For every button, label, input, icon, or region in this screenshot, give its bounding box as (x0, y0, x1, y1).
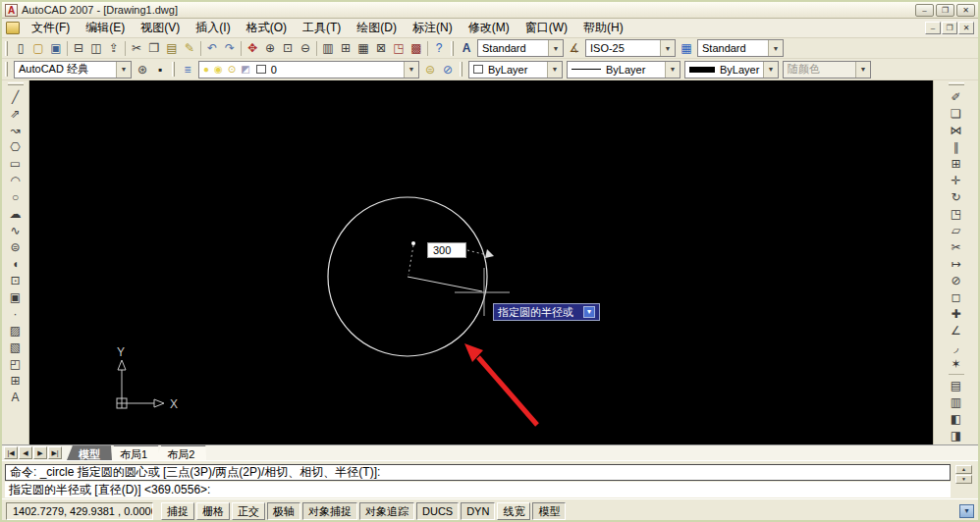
sheet-set-manager-icon[interactable]: ⊠ (372, 40, 390, 57)
draworder-below-icon[interactable]: ◨ (947, 427, 966, 444)
chevron-down-icon[interactable]: ▼ (768, 40, 783, 56)
menu-item-5[interactable]: 工具(T) (295, 18, 349, 38)
move-icon[interactable]: ✛ (947, 172, 966, 188)
tab-nav-button-0[interactable]: |◀ (4, 446, 18, 459)
toolbar-grip[interactable] (8, 82, 24, 85)
layer-lock-icon[interactable]: ⊙ (228, 64, 236, 75)
line-icon[interactable]: ╱ (6, 88, 26, 105)
new-file-icon[interactable]: ▯ (12, 40, 29, 57)
erase-icon[interactable]: ✐ (947, 88, 966, 105)
menu-item-3[interactable]: 插入(I) (188, 18, 238, 38)
close-button[interactable]: ✕ (956, 4, 975, 17)
rotate-icon[interactable]: ↻ (947, 188, 966, 205)
toggle-DYN[interactable]: DYN (461, 502, 495, 520)
toggle-DUCS[interactable]: DUCS (416, 502, 459, 520)
plot-preview-icon[interactable]: ◫ (87, 40, 105, 57)
toolbar-grip[interactable] (172, 62, 175, 77)
minimize-button[interactable]: – (915, 4, 934, 17)
command-prompt-line[interactable]: 指定圆的半径或 [直径(D)] <369.0556>: (5, 482, 951, 497)
chevron-down-icon[interactable]: ▼ (660, 40, 675, 56)
draworder-back-icon[interactable]: ▥ (947, 393, 966, 410)
menu-item-10[interactable]: 帮助(H) (575, 18, 631, 38)
status-tray-icon[interactable]: ▾ (959, 504, 974, 518)
gradient-icon[interactable]: ▧ (6, 339, 26, 355)
menu-item-7[interactable]: 标注(N) (405, 18, 461, 38)
zoom-previous-icon[interactable]: ⊖ (297, 40, 314, 57)
menu-item-0[interactable]: 文件(F) (24, 18, 78, 38)
tab-布局2[interactable]: 布局2 (155, 445, 206, 460)
mirror-icon[interactable]: ⋈ (947, 122, 966, 138)
chevron-down-icon[interactable]: ▼ (547, 62, 562, 78)
construction-line-icon[interactable]: ⇗ (6, 105, 26, 122)
arc-icon[interactable]: ◠ (6, 172, 26, 188)
toggle-正交[interactable]: 正交 (232, 502, 265, 520)
table-icon[interactable]: ⊞ (6, 372, 26, 389)
help-icon[interactable]: ? (430, 40, 448, 57)
revision-cloud-icon[interactable]: ☁ (6, 205, 26, 222)
copy-clip-icon[interactable]: ❐ (145, 40, 163, 57)
toolbar-grip[interactable] (5, 62, 8, 77)
chevron-down-icon[interactable]: ▼ (548, 40, 563, 56)
dim-style-combo[interactable]: ISO-25 ▼ (585, 39, 676, 57)
make-block-icon[interactable]: ▣ (6, 288, 26, 305)
ellipse-arc-icon[interactable]: ◖ (6, 255, 26, 272)
workspace-combo[interactable]: AutoCAD 经典 ▼ (14, 61, 132, 78)
scroll-down-icon[interactable]: ▼ (955, 475, 972, 484)
rectangle-icon[interactable]: ▭ (6, 155, 26, 172)
redo-icon[interactable]: ↷ (221, 40, 239, 57)
hatch-icon[interactable]: ▨ (6, 322, 26, 339)
menu-item-6[interactable]: 绘图(D) (349, 18, 405, 38)
layer-freeze-icon[interactable]: ◉ (214, 64, 223, 75)
chevron-down-icon[interactable]: ▼ (665, 62, 680, 78)
chevron-down-icon[interactable]: ▼ (763, 62, 778, 78)
save-file-icon[interactable]: ▣ (47, 40, 65, 57)
tab-nav-button-1[interactable]: ◀ (19, 446, 32, 459)
command-window[interactable]: 命令: _circle 指定圆的圆心或 [三点(3P)/两点(2P)/相切、相切… (2, 460, 978, 498)
toggle-对象捕捉[interactable]: 对象捕捉 (302, 502, 357, 520)
toolbar-grip[interactable] (5, 41, 8, 56)
toolbar-grip[interactable] (460, 62, 463, 77)
doc-close-button[interactable]: ✕ (958, 22, 974, 34)
tab-布局1[interactable]: 布局1 (108, 445, 159, 460)
text-style-combo[interactable]: Standard ▼ (477, 39, 564, 57)
layer-plot-icon[interactable]: ◩ (241, 64, 249, 75)
drawing-canvas[interactable]: Y X 300 指定圆的半径或 ▾ (29, 80, 933, 444)
polygon-icon[interactable]: ⎔ (6, 138, 26, 155)
plot-icon[interactable]: ⊟ (70, 40, 87, 57)
polyline-icon[interactable]: ↝ (6, 122, 26, 138)
scale-icon[interactable]: ◳ (947, 205, 966, 222)
point-icon[interactable]: · (6, 305, 26, 322)
zoom-realtime-icon[interactable]: ⊕ (261, 40, 279, 57)
trim-icon[interactable]: ✂ (947, 238, 966, 255)
zoom-window-icon[interactable]: ⊡ (279, 40, 297, 57)
scroll-up-icon[interactable]: ▲ (955, 465, 972, 474)
toggle-栅格[interactable]: 栅格 (196, 502, 230, 520)
tooltip-down-icon[interactable]: ▾ (583, 306, 595, 318)
layer-previous-icon[interactable]: ⊘ (439, 61, 457, 78)
color-control-combo[interactable]: ByLayer ▼ (468, 61, 563, 78)
explode-icon[interactable]: ✶ (947, 355, 966, 372)
break-at-point-icon[interactable]: ⊘ (947, 272, 966, 288)
menu-item-1[interactable]: 编辑(E) (78, 18, 133, 38)
open-file-icon[interactable]: ▢ (29, 40, 47, 57)
array-icon[interactable]: ⊞ (947, 155, 966, 172)
menu-item-8[interactable]: 修改(M) (461, 18, 517, 38)
draworder-front-icon[interactable]: ▤ (947, 377, 966, 393)
match-properties-icon[interactable]: ✎ (181, 40, 198, 57)
workspace-settings-icon[interactable]: ⊛ (134, 61, 151, 78)
toggle-对象追踪[interactable]: 对象追踪 (359, 502, 414, 520)
tab-模型[interactable]: 模型 (67, 445, 112, 460)
designcenter-icon[interactable]: ⊞ (337, 40, 354, 57)
doc-minimize-button[interactable]: – (925, 22, 941, 34)
tool-palettes-icon[interactable]: ▦ (354, 40, 372, 57)
menu-item-4[interactable]: 格式(O) (239, 18, 295, 38)
cut-icon[interactable]: ✂ (128, 40, 145, 57)
circle-icon[interactable]: ○ (6, 188, 26, 205)
stretch-icon[interactable]: ▱ (947, 222, 966, 238)
toggle-线宽[interactable]: 线宽 (497, 502, 530, 520)
fillet-icon[interactable]: ◞ (947, 339, 966, 355)
multiline-text-icon[interactable]: A (6, 389, 26, 405)
ellipse-icon[interactable]: ⊜ (6, 238, 26, 255)
toggle-模型[interactable]: 模型 (532, 502, 566, 520)
copy-icon[interactable]: ❏ (947, 105, 966, 122)
